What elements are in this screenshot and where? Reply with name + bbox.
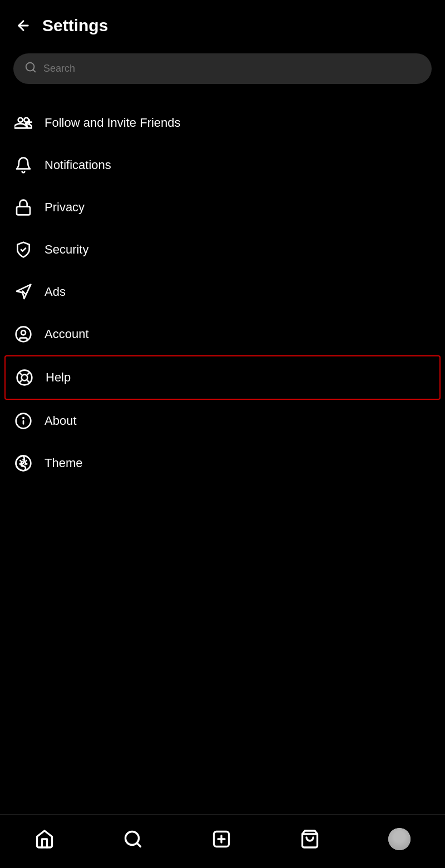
menu-label-account: Account	[44, 327, 89, 341]
page-title: Settings	[42, 16, 108, 35]
nav-item-search[interactable]	[118, 825, 147, 854]
search-input[interactable]	[43, 63, 421, 75]
menu-label-theme: Theme	[44, 456, 82, 470]
shield-check-icon	[13, 240, 33, 260]
menu-label-follow: Follow and Invite Friends	[44, 116, 181, 130]
person-circle-icon	[13, 324, 33, 344]
home-icon	[34, 829, 55, 849]
menu-item-about[interactable]: About	[0, 400, 445, 442]
svg-line-11	[19, 373, 22, 375]
nav-item-home[interactable]	[30, 825, 59, 854]
menu-item-security[interactable]: Security	[0, 229, 445, 271]
svg-rect-5	[17, 207, 30, 215]
nav-item-create[interactable]	[207, 825, 236, 854]
menu-label-help: Help	[46, 370, 71, 385]
search-icon	[123, 829, 143, 849]
menu-item-ads[interactable]: Ads	[0, 271, 445, 313]
search-icon	[24, 61, 37, 76]
search-container	[0, 44, 445, 97]
svg-point-23	[26, 463, 27, 465]
back-button[interactable]	[13, 16, 33, 36]
menu-label-notifications: Notifications	[44, 158, 111, 172]
menu-item-theme[interactable]: Theme	[0, 442, 445, 484]
svg-point-22	[26, 460, 27, 462]
menu-item-help[interactable]: Help	[4, 355, 441, 400]
avatar	[388, 828, 411, 850]
menu-label-ads: Ads	[44, 285, 66, 299]
menu-label-about: About	[44, 414, 77, 428]
plus-square-icon	[211, 829, 231, 849]
svg-line-13	[19, 381, 22, 383]
svg-line-2	[33, 70, 35, 72]
menu-item-privacy[interactable]: Privacy	[0, 186, 445, 229]
svg-line-12	[28, 381, 30, 383]
lock-icon	[13, 197, 33, 217]
menu-list: Follow and Invite Friends Notifications …	[0, 97, 445, 489]
nav-item-shop[interactable]	[295, 825, 324, 854]
bell-icon	[13, 155, 33, 175]
palette-icon	[13, 453, 33, 473]
svg-point-8	[21, 330, 26, 335]
svg-point-10	[22, 375, 28, 381]
svg-point-20	[19, 460, 21, 462]
megaphone-icon	[13, 282, 33, 302]
menu-item-account[interactable]: Account	[0, 313, 445, 355]
menu-label-security: Security	[44, 242, 88, 257]
lifebuoy-icon	[14, 368, 34, 388]
svg-line-26	[137, 843, 141, 847]
add-person-icon	[13, 113, 33, 133]
menu-item-follow[interactable]: Follow and Invite Friends	[0, 102, 445, 144]
nav-item-profile[interactable]	[384, 824, 415, 855]
search-bar[interactable]	[13, 53, 432, 84]
menu-item-notifications[interactable]: Notifications	[0, 144, 445, 186]
bottom-nav	[0, 814, 445, 868]
svg-line-14	[28, 373, 30, 375]
header: Settings	[0, 0, 445, 44]
menu-label-privacy: Privacy	[44, 200, 85, 215]
info-circle-icon	[13, 411, 33, 431]
shopping-bag-icon	[300, 829, 320, 849]
